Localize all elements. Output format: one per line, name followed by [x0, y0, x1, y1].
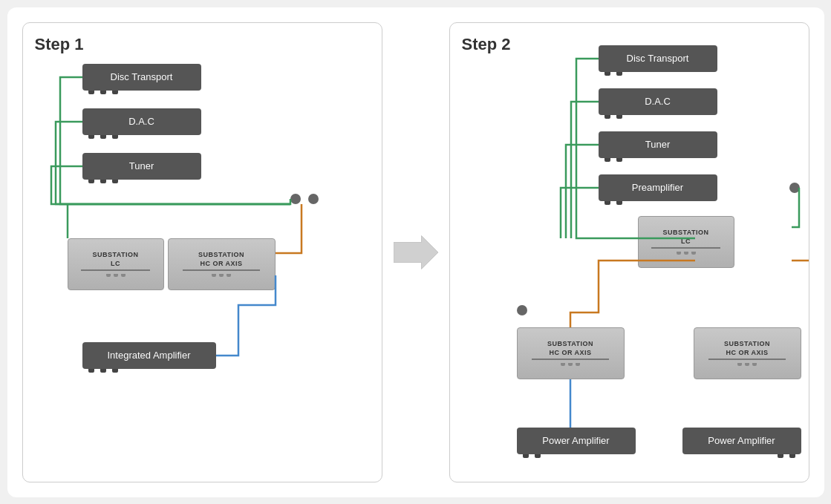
connector-left-2: [517, 305, 527, 315]
substation-lc-2: SUBSTATIONLC: [638, 216, 734, 268]
arrow-container: [390, 22, 442, 482]
tuner-1: Tuner: [82, 153, 201, 180]
dac-1: D.A.C: [82, 108, 201, 135]
step2-panel: Step 2 Disc Transport D.A.C Tuner Preamp…: [449, 22, 809, 482]
main-container: Step 1 Disc Transport D.A.C Tuner: [7, 7, 824, 497]
next-arrow: [394, 234, 438, 271]
power-amp-right-2: Power Amplifier: [682, 428, 801, 454]
substation-hc-right-2: SUBSTATIONHC OR AXIS: [694, 327, 801, 379]
integrated-amp-1: Integrated Amplifier: [82, 342, 216, 369]
substation-hc-left-2: SUBSTATIONHC OR AXIS: [517, 327, 625, 379]
preamp-2: Preamplifier: [599, 174, 717, 201]
disc-transport-1: Disc Transport: [82, 64, 201, 91]
connector-2: [308, 194, 319, 204]
svg-marker-0: [394, 235, 438, 269]
step1-title: Step 1: [35, 35, 370, 54]
step1-panel: Step 1 Disc Transport D.A.C Tuner: [22, 22, 382, 482]
power-amp-left-2: Power Amplifier: [517, 428, 636, 454]
tuner-2: Tuner: [599, 131, 717, 158]
dac-2: D.A.C: [599, 88, 717, 115]
disc-transport-2: Disc Transport: [599, 45, 717, 72]
substation-hc-1: SUBSTATIONHC OR AXIS: [168, 238, 276, 290]
connector-right-2: [789, 183, 800, 193]
connector-1: [290, 194, 301, 204]
substation-lc-1: SUBSTATIONLC: [68, 238, 164, 290]
